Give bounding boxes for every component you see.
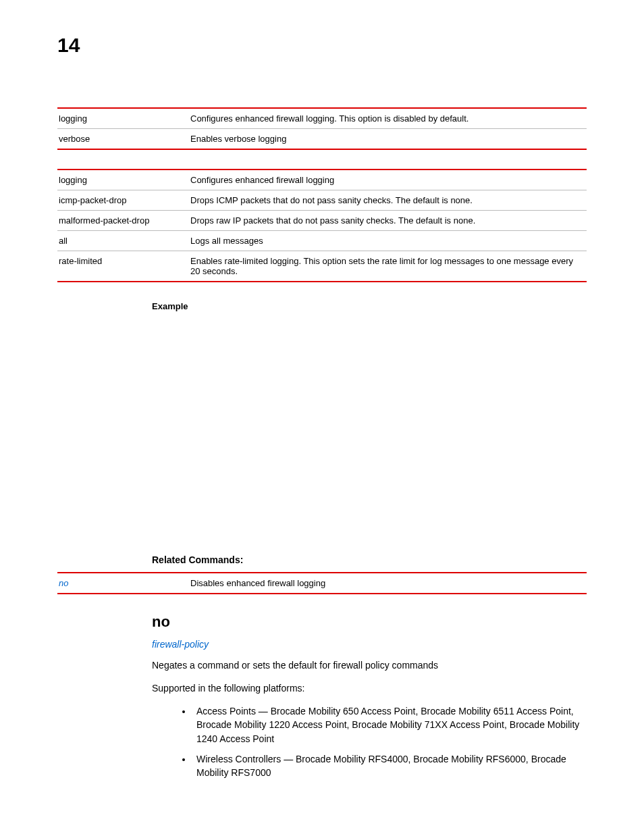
command-heading: no	[152, 613, 587, 631]
param-desc: Drops raw IP packets that do not pass sa…	[189, 211, 587, 231]
param-desc: Configures enhanced firewall logging	[189, 170, 587, 190]
param-key: malformed-packet-drop	[57, 211, 189, 231]
param-key: verbose	[57, 129, 189, 150]
list-item: Access Points — Brocade Mobility 650 Acc…	[192, 704, 587, 746]
firewall-policy-link[interactable]: firewall-policy	[152, 639, 587, 650]
related-commands-table: noDisables enhanced firewall logging	[57, 572, 587, 594]
param-desc: Configures enhanced firewall logging. Th…	[189, 108, 587, 129]
related-key[interactable]: no	[57, 573, 189, 594]
param-key: icmp-packet-drop	[57, 190, 189, 211]
param-key: all	[57, 231, 189, 251]
parameter-table-2: loggingConfigures enhanced firewall logg…	[57, 169, 587, 282]
example-heading: Example	[152, 301, 587, 311]
param-key: rate-limited	[57, 251, 189, 282]
param-desc: Enables rate-limited logging. This optio…	[189, 251, 587, 282]
table-row: malformed-packet-dropDrops raw IP packet…	[57, 211, 587, 231]
table-row: rate-limitedEnables rate-limited logging…	[57, 251, 587, 282]
table-row: icmp-packet-dropDrops ICMP packets that …	[57, 190, 587, 211]
supported-platforms-label: Supported in the following platforms:	[152, 682, 587, 696]
command-description: Negates a command or sets the default fo…	[152, 659, 587, 673]
param-desc: Enables verbose logging	[189, 129, 587, 150]
param-key: logging	[57, 108, 189, 129]
platforms-list: Access Points — Brocade Mobility 650 Acc…	[152, 704, 587, 779]
table-row: noDisables enhanced firewall logging	[57, 573, 587, 594]
table-row: allLogs all messages	[57, 231, 587, 251]
param-desc: Logs all messages	[189, 231, 587, 251]
chapter-number: 14	[57, 34, 587, 57]
list-item: Wireless Controllers — Brocade Mobility …	[192, 752, 587, 780]
related-desc: Disables enhanced firewall logging	[189, 573, 587, 594]
param-desc: Drops ICMP packets that do not pass sani…	[189, 190, 587, 211]
table-row: loggingConfigures enhanced firewall logg…	[57, 170, 587, 190]
param-key: logging	[57, 170, 189, 190]
table-row: verboseEnables verbose logging	[57, 129, 587, 150]
table-row: loggingConfigures enhanced firewall logg…	[57, 108, 587, 129]
parameter-table-1: loggingConfigures enhanced firewall logg…	[57, 107, 587, 150]
related-commands-heading: Related Commands:	[152, 554, 587, 565]
